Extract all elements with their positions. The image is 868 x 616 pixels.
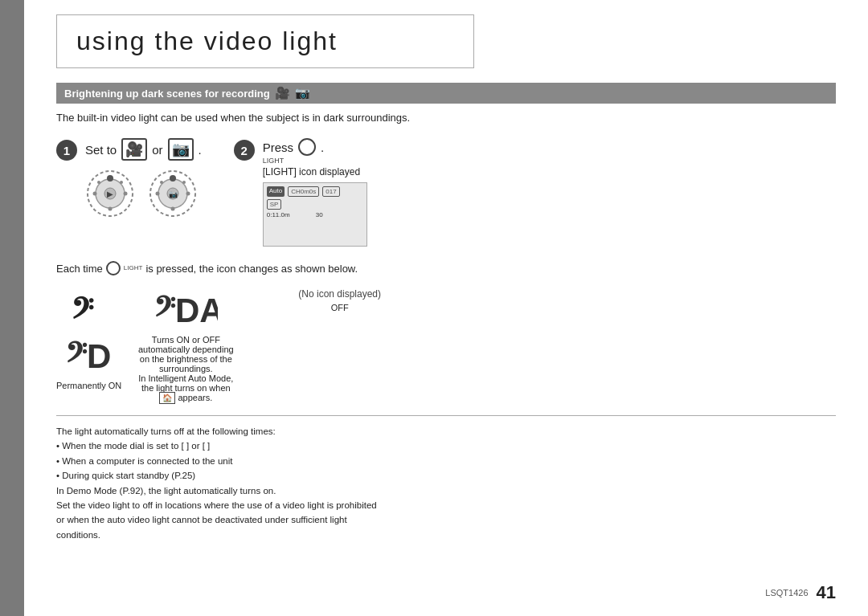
- svg-point-9: [120, 181, 123, 184]
- lcd-time: 0:11.0m: [267, 211, 290, 218]
- lcd-badge-ch: CH0m0s: [288, 186, 319, 197]
- lcd-badge-sp: SP: [267, 199, 282, 210]
- dial-1-icon: ▶: [85, 169, 135, 218]
- light-on-icon: 𝄢D: [65, 336, 113, 374]
- auto-icon-inline: 🏠: [159, 392, 175, 404]
- press-time-text2: is pressed, the icon changes as shown be…: [145, 263, 358, 275]
- lcd-mid: SP: [267, 199, 363, 210]
- svg-point-17: [171, 207, 175, 211]
- section-header-text: Brightening up dark scenes for recording: [64, 88, 270, 100]
- step-1-or: or: [152, 143, 162, 157]
- icon-displayed-text: [LIGHT] icon displayed: [263, 166, 360, 177]
- lcd-top-row: Auto CH0m0s 017: [267, 186, 363, 197]
- main-content: using the video light Brightening up dar…: [24, 0, 868, 616]
- step-1: 1 Set to 🎥 or 📷.: [56, 138, 202, 218]
- step-1-label-text: Set to: [85, 143, 117, 157]
- step-1-content: Set to 🎥 or 📷.: [85, 138, 202, 218]
- video-mode-icon: 🎥: [121, 138, 147, 161]
- step-2: 2 Press . LIGHT [LIGHT] icon displayed A…: [234, 138, 367, 247]
- page-number-row: LSQT1426 41: [765, 582, 836, 603]
- dial-1-wrapper: ▶: [85, 169, 135, 218]
- svg-text:𝄢DA: 𝄢DA: [154, 292, 218, 328]
- light-auto-icon: 𝄢DA: [154, 288, 218, 328]
- dial-2-wrapper: 📷: [148, 169, 198, 218]
- section-header-icon-video: 🎥: [275, 86, 290, 100]
- lcd-bottom: 0:11.0m 30: [267, 211, 363, 218]
- footer-line-2: • When the mode dial is set to [ ] or [ …: [56, 439, 836, 453]
- photo-mode-icon: 📷: [168, 138, 194, 161]
- off-caption: OFF: [331, 303, 349, 312]
- light-label: LIGHT: [263, 157, 285, 165]
- footer-line-5: In Demo Mode (P.92), the light automatic…: [56, 483, 836, 498]
- svg-point-6: [124, 192, 128, 196]
- section-header-icon-camera: 📷: [295, 86, 310, 100]
- footer-line-3: • When a computer is connected to the un…: [56, 454, 836, 468]
- permanently-on-symbol: 𝄢: [67, 288, 111, 332]
- svg-point-19: [182, 181, 186, 184]
- svg-point-13: [170, 175, 176, 182]
- page: using the video light Brightening up dar…: [0, 0, 868, 616]
- steps-row: 1 Set to 🎥 or 📷.: [56, 138, 836, 247]
- lcd-badge-017: 017: [322, 186, 339, 197]
- icons-section: 𝄢 𝄢D Permanently ON 𝄢DA Turns ON or: [56, 288, 836, 402]
- dial-2-icon: 📷: [148, 169, 198, 218]
- page-title: using the video light: [76, 27, 338, 55]
- light-below-btn: LIGHT: [124, 265, 143, 271]
- step-2-label: Press .: [263, 138, 325, 156]
- page-number: 41: [817, 582, 836, 603]
- intro-text: The built-in video light can be used whe…: [56, 112, 836, 124]
- press-time-text1: Each time: [56, 263, 103, 275]
- icon-permanently-on: 𝄢 𝄢D Permanently ON: [56, 288, 121, 390]
- svg-point-15: [156, 192, 160, 196]
- svg-text:𝄢: 𝄢: [71, 292, 94, 332]
- icon-off: (No icon displayed) OFF: [298, 288, 381, 312]
- permanently-on-text: 𝄢D: [65, 336, 113, 377]
- step-2-number: 2: [234, 140, 255, 161]
- svg-text:📷: 📷: [169, 190, 178, 199]
- lcd-badge-auto: Auto: [267, 186, 285, 197]
- footer-line-1: The light automatically turns off at the…: [56, 424, 836, 439]
- footer-line-6: Set the video light to off in locations …: [56, 498, 836, 512]
- svg-text:▶: ▶: [107, 190, 113, 198]
- auto-icon-text: 𝄢DA: [154, 288, 218, 332]
- step-2-label-text: Press: [263, 141, 293, 154]
- svg-point-16: [186, 192, 190, 196]
- light-label-below: LIGHT: [124, 265, 143, 271]
- left-sidebar-bar: [0, 0, 24, 616]
- svg-point-18: [160, 181, 163, 184]
- footer-line-4: • During quick start standby (P.25): [56, 468, 836, 483]
- svg-point-8: [97, 181, 100, 184]
- step-2-content: Press . LIGHT [LIGHT] icon displayed Aut…: [263, 138, 367, 247]
- press-time-row: Each time LIGHT is pressed, the icon cha…: [56, 261, 836, 275]
- svg-text:𝄢D: 𝄢D: [65, 337, 111, 374]
- footer-text: The light automatically turns off at the…: [56, 424, 836, 542]
- step-1-label: Set to 🎥 or 📷.: [85, 138, 202, 161]
- divider: [56, 415, 836, 416]
- footer-line-8: conditions.: [56, 528, 836, 542]
- lcd-preview: Auto CH0m0s 017 SP 0:11.0m 30: [263, 182, 367, 247]
- lcd-fps: 30: [316, 211, 323, 218]
- svg-point-5: [93, 192, 97, 196]
- press-time-button-icon: [106, 261, 121, 275]
- page-code: LSQT1426: [765, 588, 808, 598]
- auto-note: In Intelligent Auto Mode, the light turn…: [138, 373, 233, 402]
- no-icon-text: (No icon displayed): [298, 288, 381, 300]
- svg-point-3: [107, 175, 113, 182]
- svg-point-7: [108, 207, 113, 211]
- permanently-on-caption: Permanently ON: [56, 381, 121, 390]
- auto-caption: Turns ON or OFF automatically depending …: [137, 335, 234, 402]
- step-1-number: 1: [56, 140, 77, 161]
- section-header: Brightening up dark scenes for recording…: [56, 83, 836, 104]
- footer-line-7: or when the auto video light cannot be d…: [56, 512, 836, 527]
- icon-auto: 𝄢DA Turns ON or OFF automatically depend…: [137, 288, 234, 402]
- title-box: using the video light: [56, 14, 474, 68]
- dial-icons-row: ▶: [85, 169, 198, 218]
- press-button-icon: [298, 138, 316, 156]
